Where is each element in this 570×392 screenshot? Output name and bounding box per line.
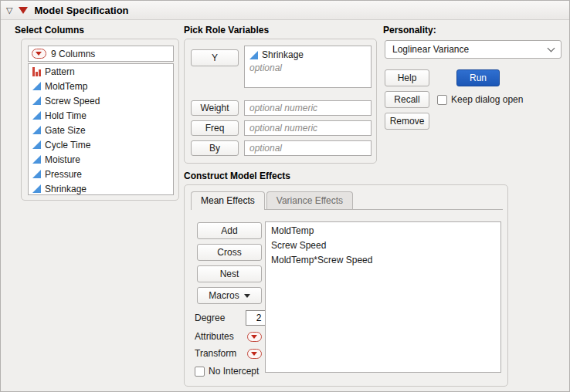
column-label: Pressure (45, 169, 82, 180)
continuous-icon (32, 140, 41, 149)
column-item[interactable]: Pattern (29, 64, 173, 79)
cross-button[interactable]: Cross (197, 244, 262, 261)
window-title: Model Specification (34, 5, 128, 16)
y-drop-zone[interactable]: Shrinkage optional (244, 46, 372, 88)
personality-selected-value: Loglinear Variance (392, 44, 469, 55)
continuous-icon (32, 170, 41, 178)
continuous-icon (32, 155, 41, 164)
nest-button[interactable]: Nest (197, 265, 262, 282)
column-label: Hold Time (45, 110, 87, 121)
effect-item[interactable]: Screw Speed (266, 238, 500, 253)
transform-row: Transform (195, 348, 262, 359)
column-label: Screw Speed (45, 96, 100, 106)
construct-model-effects-panel: Mean Effects Variance Effects Add Cross … (184, 184, 508, 387)
y-role-button[interactable]: Y (191, 49, 239, 66)
freq-role-button[interactable]: Freq (191, 120, 239, 136)
weight-role-button[interactable]: Weight (191, 100, 239, 116)
column-item[interactable]: Screw Speed (29, 93, 173, 108)
column-label: Cycle Time (45, 140, 90, 150)
pick-roles-header: Pick Role Variables (184, 25, 269, 35)
select-columns-header: Select Columns (15, 25, 84, 35)
red-triangle-menu-icon[interactable] (19, 7, 28, 14)
column-item[interactable]: Pressure (29, 167, 173, 181)
continuous-icon (32, 184, 41, 193)
y-role-value[interactable]: Shrinkage (262, 49, 304, 60)
recall-button[interactable]: Recall (385, 91, 429, 108)
effect-item[interactable]: MoldTemp*Screw Speed (266, 253, 500, 268)
construct-model-effects-header: Construct Model Effects (184, 171, 290, 181)
remove-button[interactable]: Remove (385, 113, 429, 130)
run-button[interactable]: Run (456, 69, 500, 86)
column-item[interactable]: Shrinkage (29, 181, 173, 195)
continuous-icon (32, 111, 41, 120)
chevron-down-icon (548, 45, 555, 52)
transform-red-triangle-icon[interactable] (247, 349, 262, 359)
freq-drop-zone[interactable]: optional numeric (244, 120, 372, 136)
weight-placeholder: optional numeric (249, 103, 317, 113)
by-placeholder: optional (249, 143, 282, 154)
column-item[interactable]: Moisture (29, 152, 173, 167)
attributes-row: Attributes (195, 331, 262, 342)
attributes-label: Attributes (195, 331, 234, 342)
macros-button[interactable]: Macros (197, 287, 262, 304)
no-intercept-label: No Intercept (209, 366, 259, 377)
column-label: Moisture (45, 154, 80, 165)
column-item[interactable]: Gate Size (29, 123, 173, 137)
column-label: Shrinkage (45, 184, 87, 194)
continuous-icon (32, 82, 41, 90)
effect-item[interactable]: MoldTemp (266, 224, 500, 238)
column-label: MoldTemp (45, 81, 87, 92)
model-effects-list: MoldTemp Screw Speed MoldTemp*Screw Spee… (265, 221, 501, 373)
column-item[interactable]: MoldTemp (29, 79, 173, 93)
column-item[interactable]: Cycle Time (29, 137, 173, 152)
titlebar: ▽ Model Specification (1, 1, 569, 20)
continuous-icon (32, 126, 41, 134)
continuous-icon (249, 51, 258, 59)
y-placeholder: optional (245, 61, 371, 75)
personality-label: Personality: (383, 25, 436, 35)
by-drop-zone[interactable]: optional (244, 140, 372, 156)
help-button[interactable]: Help (385, 69, 429, 86)
freq-placeholder: optional numeric (249, 123, 317, 133)
keep-dialog-open-label: Keep dialog open (451, 94, 523, 105)
bar-chart-icon (32, 67, 41, 76)
no-intercept-option[interactable]: No Intercept (195, 366, 259, 377)
tab-mean-effects[interactable]: Mean Effects (191, 191, 265, 210)
columns-count-menu[interactable]: 9 Columns (28, 46, 174, 62)
columns-count-label: 9 Columns (51, 49, 95, 59)
macros-button-label: Macros (209, 290, 239, 301)
degree-row: Degree (195, 310, 272, 326)
column-item[interactable]: Hold Time (29, 108, 173, 123)
weight-drop-zone[interactable]: optional numeric (244, 100, 372, 116)
column-label: Gate Size (45, 125, 86, 136)
continuous-icon (32, 96, 41, 105)
attributes-red-triangle-icon[interactable] (247, 332, 262, 342)
disclosure-triangle-icon[interactable]: ▽ (6, 6, 12, 15)
effects-tab-bar: Mean Effects Variance Effects (191, 191, 503, 210)
by-role-button[interactable]: By (191, 140, 239, 156)
add-button[interactable]: Add (197, 222, 262, 239)
tab-variance-effects[interactable]: Variance Effects (266, 191, 353, 209)
dropdown-arrow-icon (244, 294, 250, 298)
degree-label: Degree (195, 313, 236, 323)
columns-red-triangle-icon[interactable] (32, 49, 46, 59)
keep-dialog-open-option[interactable]: Keep dialog open (437, 94, 523, 105)
columns-list: Pattern MoldTemp Screw Speed Hold Time G… (28, 63, 174, 195)
model-specification-window: ▽ Model Specification Select Columns 9 C… (0, 0, 570, 392)
column-label: Pattern (45, 66, 75, 77)
keep-dialog-open-checkbox[interactable] (437, 95, 447, 105)
personality-dropdown[interactable]: Loglinear Variance (385, 40, 562, 59)
select-columns-panel: 9 Columns Pattern MoldTemp Screw Speed H… (21, 39, 179, 201)
no-intercept-checkbox[interactable] (195, 367, 205, 377)
transform-label: Transform (195, 348, 236, 359)
pick-roles-panel: Y Shrinkage optional Weight optional num… (184, 39, 377, 164)
